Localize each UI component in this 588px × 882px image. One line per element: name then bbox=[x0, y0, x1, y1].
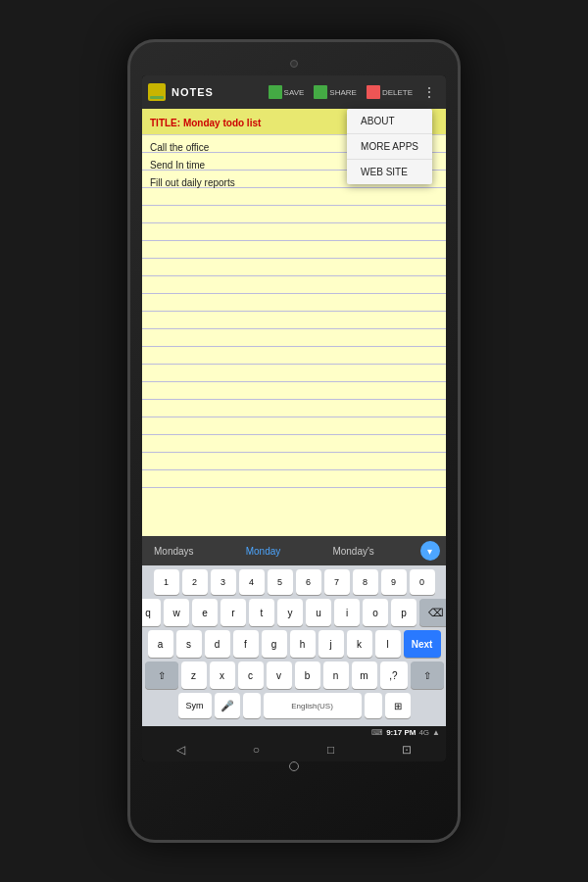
emoji-key[interactable]: ⊞ bbox=[385, 693, 411, 718]
delete-label: DELETE bbox=[382, 88, 413, 97]
note-line bbox=[142, 329, 446, 347]
dropdown-item-about[interactable]: ABOUT bbox=[347, 109, 432, 134]
key-9[interactable]: 9 bbox=[381, 569, 407, 595]
note-line bbox=[142, 223, 446, 241]
key-w[interactable]: w bbox=[164, 599, 189, 626]
key-k[interactable]: k bbox=[347, 630, 372, 658]
sym-key[interactable]: Sym bbox=[178, 693, 212, 718]
key-p[interactable]: p bbox=[391, 599, 416, 626]
delete-icon: ⌫ bbox=[428, 607, 444, 619]
suggestion-left[interactable]: Mondays bbox=[148, 544, 200, 559]
key-s[interactable]: s bbox=[176, 630, 202, 658]
note-line bbox=[142, 365, 446, 382]
key-4[interactable]: 4 bbox=[239, 569, 265, 595]
key-h[interactable]: h bbox=[290, 630, 316, 658]
key-m[interactable]: m bbox=[352, 662, 377, 689]
delete-button[interactable]: DELETE bbox=[363, 83, 416, 101]
share-label: SHARE bbox=[329, 88, 357, 97]
key-d[interactable]: d bbox=[205, 630, 230, 658]
camera bbox=[290, 60, 298, 68]
note-line bbox=[142, 400, 446, 417]
microphone-key[interactable]: 🎤 bbox=[215, 693, 240, 718]
key-f[interactable]: f bbox=[233, 630, 259, 658]
save-icon bbox=[269, 85, 282, 99]
note-line bbox=[142, 453, 446, 470]
key-r[interactable]: r bbox=[220, 599, 246, 626]
key-g[interactable]: g bbox=[262, 630, 287, 658]
key-u[interactable]: u bbox=[306, 599, 331, 626]
key-q[interactable]: q bbox=[142, 599, 161, 626]
dropdown-item-website[interactable]: WEB SITE bbox=[347, 160, 432, 184]
key-c[interactable]: c bbox=[238, 662, 264, 689]
shift-icon: ⇧ bbox=[158, 670, 166, 681]
key-5[interactable]: 5 bbox=[268, 569, 293, 595]
key-b[interactable]: b bbox=[295, 662, 320, 689]
save-button[interactable]: SAVE bbox=[265, 83, 309, 101]
key-z[interactable]: z bbox=[181, 662, 207, 689]
note-line bbox=[142, 206, 446, 223]
shift-icon-right: ⇧ bbox=[423, 670, 431, 681]
keyboard: 1 2 3 4 5 6 7 8 9 0 q w e r t y u i bbox=[142, 565, 446, 726]
language-spacer bbox=[365, 693, 382, 718]
key-l[interactable]: l bbox=[375, 630, 401, 658]
key-n[interactable]: n bbox=[323, 662, 349, 689]
suggestion-right[interactable]: Monday's bbox=[326, 544, 380, 559]
suggestions-bar: Mondays Monday Monday's ▾ bbox=[142, 536, 446, 565]
note-line bbox=[142, 294, 446, 312]
keyboard-row-space: Sym 🎤 English(US) ⊞ bbox=[144, 693, 444, 718]
suggestion-center[interactable]: Monday bbox=[240, 544, 287, 559]
signal-icon: 4G bbox=[418, 728, 429, 737]
key-x[interactable]: x bbox=[210, 662, 235, 689]
keyboard-row-asdf: a s d f g h j k l Next bbox=[144, 630, 444, 658]
note-title[interactable]: TITLE: Monday todo list bbox=[150, 118, 261, 128]
key-v[interactable]: v bbox=[267, 662, 292, 689]
next-key[interactable]: Next bbox=[404, 630, 441, 658]
share-icon bbox=[314, 85, 327, 99]
key-6[interactable]: 6 bbox=[296, 569, 321, 595]
status-bar: ⌨ 9:17 PM 4G ▲ bbox=[142, 726, 446, 737]
space-key[interactable]: English(US) bbox=[264, 693, 362, 718]
screen: NOTES SAVE SHARE DELETE ⋮ ABOUT bbox=[142, 75, 446, 761]
key-2[interactable]: 2 bbox=[182, 569, 208, 595]
recents-button[interactable]: □ bbox=[323, 739, 338, 760]
delete-key[interactable]: ⌫ bbox=[419, 599, 446, 626]
key-7[interactable]: 7 bbox=[324, 569, 350, 595]
device: NOTES SAVE SHARE DELETE ⋮ ABOUT bbox=[127, 39, 461, 843]
key-j[interactable]: j bbox=[318, 630, 344, 658]
key-1[interactable]: 1 bbox=[154, 569, 179, 595]
app-bar: NOTES SAVE SHARE DELETE ⋮ ABOUT bbox=[142, 75, 446, 109]
delete-icon bbox=[367, 85, 380, 99]
key-i[interactable]: i bbox=[334, 599, 360, 626]
expand-suggestions-button[interactable]: ▾ bbox=[420, 541, 440, 561]
overflow-dropdown: ABOUT MORE APPS WEB SITE bbox=[347, 109, 432, 184]
back-button[interactable]: ◁ bbox=[172, 739, 189, 760]
chevron-down-icon: ▾ bbox=[427, 546, 432, 557]
shift-key-right[interactable]: ⇧ bbox=[411, 662, 444, 689]
physical-home-button[interactable] bbox=[289, 761, 299, 771]
key-3[interactable]: 3 bbox=[211, 569, 236, 595]
note-line bbox=[142, 276, 446, 294]
key-period[interactable]: ,? bbox=[380, 662, 408, 689]
language-key[interactable] bbox=[243, 693, 261, 718]
dropdown-item-more-apps[interactable]: MORE APPS bbox=[347, 134, 432, 160]
note-content[interactable]: Call the office Send In time Fill out da… bbox=[142, 135, 446, 536]
share-button[interactable]: SHARE bbox=[310, 83, 361, 101]
note-line bbox=[142, 417, 446, 435]
emoji-icon: ⊞ bbox=[394, 701, 402, 711]
save-label: SAVE bbox=[284, 88, 305, 97]
overflow-menu-button[interactable]: ⋮ bbox=[418, 84, 440, 100]
note-line bbox=[142, 347, 446, 365]
app-icon bbox=[148, 83, 166, 101]
shift-key[interactable]: ⇧ bbox=[145, 662, 178, 689]
key-8[interactable]: 8 bbox=[353, 569, 378, 595]
note-line bbox=[142, 435, 446, 453]
key-e[interactable]: e bbox=[192, 599, 218, 626]
home-button[interactable]: ○ bbox=[249, 739, 264, 760]
key-0[interactable]: 0 bbox=[410, 569, 435, 595]
note-line bbox=[142, 241, 446, 259]
key-o[interactable]: o bbox=[363, 599, 388, 626]
key-t[interactable]: t bbox=[249, 599, 274, 626]
key-y[interactable]: y bbox=[277, 599, 303, 626]
key-a[interactable]: a bbox=[148, 630, 173, 658]
screenshot-button[interactable]: ⊡ bbox=[398, 739, 416, 760]
